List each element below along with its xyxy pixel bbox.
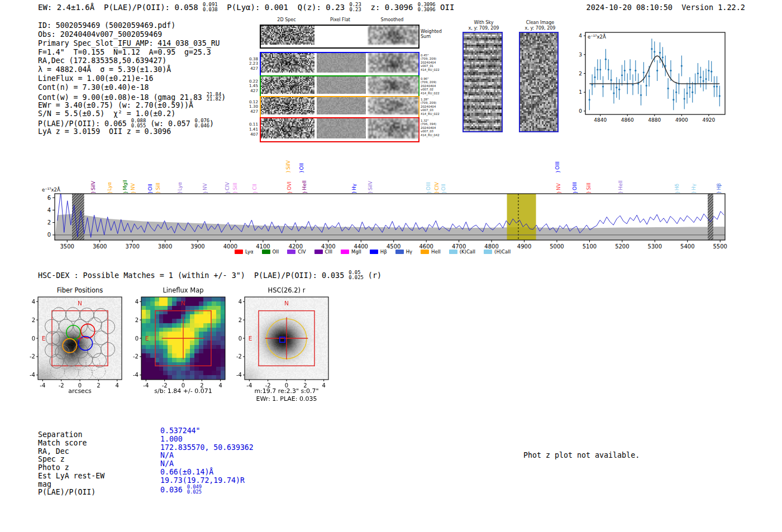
info-line: λ = 4882.04Å σ = 5.39(±1.30)Å bbox=[38, 65, 226, 74]
with-sky-panel: With Sky x, y: 709, 209 bbox=[462, 20, 505, 132]
main-ylabel: e⁻¹⁷x2Å bbox=[42, 186, 60, 193]
spec-2d-image bbox=[261, 26, 314, 45]
fiber-circle bbox=[74, 344, 88, 358]
line-bracket-icon: { bbox=[286, 170, 290, 173]
info-line: ID: 5002059469 (5002059469.pdf) bbox=[38, 21, 226, 30]
inset-ytick: 2 bbox=[579, 71, 582, 76]
main-xtick: 5100 bbox=[583, 243, 597, 250]
line-bracket-icon: { bbox=[299, 170, 303, 173]
compass-north-label: N bbox=[181, 300, 185, 306]
panel-ytick: 2 bbox=[135, 317, 139, 323]
cutout-row: 0.121.304271.28"(709, 209)20240404v007_0… bbox=[260, 96, 419, 118]
spec-2d-image bbox=[261, 53, 314, 73]
row-scale-labels: 0.382.23427 bbox=[244, 57, 258, 71]
photz-note: Phot z plot not available. bbox=[523, 451, 640, 459]
hatch-band bbox=[708, 194, 713, 240]
plusminus-stack: 0.050.025 bbox=[349, 270, 363, 280]
legend-label: Hβ bbox=[380, 249, 387, 255]
main-ytick: 6 bbox=[47, 195, 51, 201]
header-timestamp-version: 2024-10-20 08:10:50 Version 1.22.2 bbox=[586, 3, 745, 12]
legend-label: (K)CaII bbox=[460, 249, 475, 255]
legend-item: CIII bbox=[314, 249, 332, 255]
plusminus-stack: 0.0760.046 bbox=[195, 118, 209, 128]
with-sky-image bbox=[462, 32, 503, 132]
fiber-circles bbox=[45, 308, 115, 380]
info-line: P(LAE)/P(OII): 0.065 0.0880.055 (w: 0.05… bbox=[38, 118, 226, 127]
legend-swatch bbox=[262, 250, 270, 254]
full-spectrum-chart: 0246350036003700380039004000410042004300… bbox=[31, 186, 751, 254]
legend-label: CIV bbox=[298, 249, 306, 255]
table-value: 0.66(±0.14)Å bbox=[160, 468, 254, 477]
inset-xtick: 4920 bbox=[702, 117, 715, 123]
plusminus-stack: 0.0880.055 bbox=[131, 118, 146, 128]
plusminus-stack: 21.8421.82 bbox=[207, 92, 221, 102]
elixer-report-page: EW: 2.4±1.6Å P(LAE)/P(OII): 0.058 0.0910… bbox=[0, 0, 782, 532]
inset-ytick: 3 bbox=[579, 52, 582, 57]
inset-ylabel: e⁻¹⁷x2Å bbox=[588, 33, 606, 40]
match-table-values: 0.537244"1.000172.835570, 50.639362N/AN/… bbox=[160, 427, 254, 493]
fiber-positions-plot: -4-2024-4-2024NE bbox=[22, 282, 131, 394]
table-value: 0.537244" bbox=[160, 427, 254, 435]
smoothed-image bbox=[368, 76, 418, 94]
panel-ytick: 4 bbox=[32, 299, 35, 305]
panel-ytick: 2 bbox=[239, 317, 242, 323]
table-label: Est LyA rest-EW bbox=[38, 472, 104, 481]
legend-label: CIII bbox=[325, 249, 332, 255]
target-cross-marker bbox=[77, 336, 83, 341]
line-fit-chart: 0123448404860488049004920e⁻¹⁷x2Å bbox=[573, 26, 732, 126]
overline-value: 0.95 bbox=[158, 48, 175, 56]
emission-line-label: OIII{ bbox=[554, 161, 561, 174]
legend-item: Hβ bbox=[370, 249, 387, 255]
legend-item: OII bbox=[262, 249, 279, 255]
catalog-position-box bbox=[280, 337, 285, 342]
row-fiber-info: 1.28"(709, 209)20240404v007_03414_RU_022 bbox=[421, 98, 453, 116]
table-label: RA, Dec bbox=[38, 448, 104, 456]
info-line: LyA z = 3.0159 OII z = 0.3096 bbox=[38, 127, 226, 136]
pixel-flat-image bbox=[317, 76, 366, 94]
main-ytick: 0 bbox=[47, 232, 51, 238]
hsc-ewr-plae-label: EWr: 1. PLAE: 0.035 bbox=[233, 395, 340, 402]
legend-swatch bbox=[314, 250, 323, 254]
info-line: Cont(n) = 7.30(±0.40)e-18 bbox=[38, 83, 226, 92]
spectrum-legend: LyαOIICIVCIIIMgIIHβHγHeII(K)CaII(H)CaII bbox=[235, 249, 511, 255]
table-value: 172.835570, 50.639362 bbox=[160, 444, 254, 452]
inset-xtick: 4860 bbox=[621, 117, 634, 123]
panel-ytick: 0 bbox=[135, 336, 139, 342]
row-fiber-info: WeightedSum bbox=[421, 29, 453, 39]
row-scale-labels: 0.121.30427 bbox=[244, 100, 258, 114]
hsc-match-summary: HSC-DEX : Possible Matches = 1 (within +… bbox=[38, 270, 382, 280]
overline-value: 3 bbox=[207, 48, 211, 56]
smoothed-image bbox=[368, 53, 418, 73]
main-xtick: 4900 bbox=[517, 243, 531, 250]
col-header-smoothed: Smoothed bbox=[367, 17, 417, 22]
panel-ytick: -4 bbox=[133, 372, 139, 378]
row-scale-labels: 0.111.41407 bbox=[244, 122, 258, 137]
plusminus-stack: 0.30960.3096 bbox=[418, 2, 436, 12]
pixel-flat-image bbox=[317, 53, 366, 73]
col-header-pixel-flat: Pixel Flat bbox=[316, 17, 365, 22]
emission-line-name: SiIV bbox=[285, 160, 291, 170]
main-xtick: 3700 bbox=[125, 243, 139, 250]
table-value: 19.73(19.72,19.74)R bbox=[160, 477, 254, 485]
legend-item: HeII bbox=[421, 249, 441, 255]
table-label: P(LAE)/P(OII) bbox=[38, 488, 104, 497]
info-line: S/N = 5.5(±0.5) χ² = 1.0(±0.2) bbox=[38, 109, 226, 118]
table-label: Photo z bbox=[38, 464, 104, 472]
legend-item: Lyα bbox=[235, 249, 254, 255]
panel-ytick: 2 bbox=[32, 317, 35, 323]
emission-line-label: SiIV{ bbox=[284, 160, 292, 174]
main-xtick: 5400 bbox=[680, 243, 694, 250]
info-line: F=1.4" T=0.155 N=1.12 A=0.95 g=25.3 bbox=[38, 48, 226, 57]
main-xtick: 5000 bbox=[550, 243, 564, 250]
detection-info-block: ID: 5002059469 (5002059469.pdf)Obs: 2024… bbox=[38, 21, 226, 136]
main-xtick: 5200 bbox=[615, 243, 629, 250]
panel-ytick: -4 bbox=[236, 372, 242, 378]
cutout-row: 0.111.414071.32"(706, 394)20240404v007_0… bbox=[260, 117, 419, 142]
legend-swatch bbox=[395, 250, 404, 254]
panel-ytick: -2 bbox=[30, 353, 35, 360]
clean-image-panel: Clean Image x, y: 709, 209 bbox=[519, 20, 561, 132]
info-line: Cont(w) = 9.00(±0.08)e-18 (gmag 21.83 21… bbox=[38, 92, 226, 101]
main-ytick: 2 bbox=[47, 219, 51, 226]
table-label: Separation bbox=[38, 431, 104, 439]
legend-swatch bbox=[421, 250, 429, 254]
